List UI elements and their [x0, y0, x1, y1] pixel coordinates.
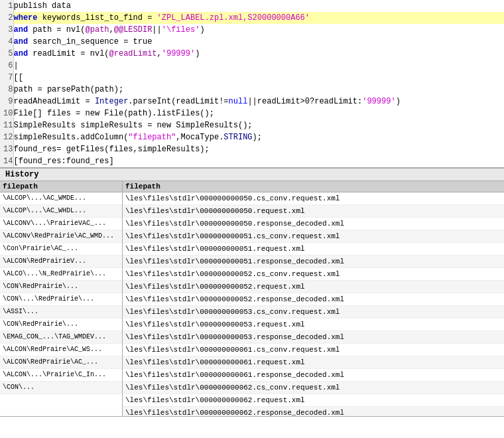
code-line: 14[found_res:found_res] — [0, 155, 504, 167]
list-item[interactable]: \les\files\stdlr\000000000053.request.xm… — [123, 319, 504, 331]
code-token: path = parsePath(path); — [14, 85, 124, 94]
line-code: and readLimit = nvl(@readLimit,'99999') — [13, 48, 504, 60]
line-number: 7 — [0, 72, 13, 84]
code-line: 10File[] files = new File(path).listFile… — [0, 108, 504, 119]
code-token: || — [152, 25, 161, 35]
line-number: 10 — [0, 108, 13, 119]
code-token: '99999' — [362, 97, 395, 106]
list-item[interactable]: \ALCON\...\Prairie\C_In... — [0, 369, 122, 382]
right-panel[interactable]: filepath \les\files\stdlr\000000000050.c… — [123, 181, 504, 416]
list-item[interactable]: \les\files\stdlr\000000000052.request.xm… — [123, 281, 504, 293]
list-item[interactable]: \les\files\stdlr\000000000051.request.xm… — [123, 243, 504, 256]
code-line: 5 and readLimit = nvl(@readLimit,'99999'… — [0, 48, 504, 60]
history-label: History — [5, 170, 38, 179]
list-item[interactable]: \ALCOP\...\AC_WMDE... — [0, 192, 122, 205]
code-token: , — [157, 49, 162, 58]
list-item[interactable]: \les\files\stdlr\000000000053.response_d… — [123, 331, 504, 344]
code-token: and — [14, 25, 29, 35]
history-header: History — [0, 168, 504, 181]
list-item[interactable]: \ALCO\...\N_RedPrairie\... — [0, 268, 122, 281]
list-item[interactable]: \Con\Prairie\AC_... — [0, 243, 122, 256]
line-code: | — [13, 60, 504, 72]
code-line: 1publish data — [0, 0, 504, 12]
line-code: readAheadLimit = Integer.parseInt(readLi… — [13, 96, 504, 108]
code-token: keywords_list_to_find = — [38, 13, 157, 23]
code-token: readLimit = nvl( — [28, 49, 109, 58]
code-token: ||readLimit>0?readLimit: — [247, 97, 362, 106]
code-token: ) — [195, 49, 200, 58]
list-item[interactable]: \les\files\stdlr\000000000050.cs_conv.re… — [123, 192, 504, 205]
list-item[interactable]: \CON\RedPrairie\... — [0, 319, 122, 331]
code-line: 7[[ — [0, 72, 504, 84]
code-token: '99999' — [162, 49, 195, 58]
code-token: null — [229, 97, 248, 106]
line-code: and path = nvl(@path,@@LESDIR||'\files') — [13, 24, 504, 36]
code-token: ,MocaType. — [176, 133, 223, 142]
code-table: 1publish data2 where keywords_list_to_fi… — [0, 0, 504, 167]
list-item[interactable]: \ASSI\... — [0, 306, 122, 319]
list-item[interactable]: \les\files\stdlr\000000000061.response_d… — [123, 369, 504, 382]
list-item[interactable]: \ALCON\RedPrairie\AC_... — [0, 356, 122, 369]
list-item[interactable]: \les\files\stdlr\000000000062.cs_conv.re… — [123, 382, 504, 394]
code-token: '\files' — [162, 25, 200, 35]
code-token: simpleResults.addColumn( — [14, 133, 129, 142]
right-items-container: \les\files\stdlr\000000000050.cs_conv.re… — [123, 192, 504, 416]
line-number: 11 — [0, 119, 13, 131]
code-line: 13found_res= getFiles(files,simpleResult… — [0, 143, 504, 155]
list-item[interactable]: \les\files\stdlr\000000000061.request.xm… — [123, 356, 504, 369]
line-code: [found_res:found_res] — [13, 155, 504, 167]
list-item[interactable]: \ALCON\RedPrairieV... — [0, 256, 122, 268]
code-token: @readLimit — [109, 49, 157, 58]
code-token: and — [14, 37, 29, 46]
code-token: readAheadLimit = — [14, 97, 95, 106]
line-code: and search_in_sequence = true — [13, 36, 504, 48]
line-number: 8 — [0, 84, 13, 96]
history-content: filepath \ALCOP\...\AC_WMDE...\ALCOP\...… — [0, 181, 504, 417]
left-items-container: \ALCOP\...\AC_WMDE...\ALCOP\...\AC_WHDL.… — [0, 192, 122, 394]
line-number: 13 — [0, 143, 13, 155]
list-item[interactable]: \les\files\stdlr\000000000061.cs_conv.re… — [123, 344, 504, 356]
code-token: Integer — [95, 97, 128, 106]
list-item[interactable]: \ALCON\RedPraire\AC_WS... — [0, 344, 122, 356]
list-item[interactable]: \les\files\stdlr\000000000053.cs_conv.re… — [123, 306, 504, 319]
list-item[interactable]: \CON\...\RedPrairie\... — [0, 293, 122, 306]
list-item[interactable]: \les\files\stdlr\000000000062.response_d… — [123, 407, 504, 416]
list-item[interactable]: \ALCONV\...\PrairieVAC_... — [0, 218, 122, 230]
list-item[interactable]: \les\files\stdlr\000000000052.cs_conv.re… — [123, 268, 504, 281]
line-code: [[ — [13, 72, 504, 84]
left-panel[interactable]: filepath \ALCOP\...\AC_WMDE...\ALCOP\...… — [0, 181, 123, 416]
list-item[interactable]: \les\files\stdlr\000000000050.response_d… — [123, 218, 504, 230]
list-item[interactable]: \ALCOP\...\AC_WHDL... — [0, 205, 122, 218]
code-token: publish data — [14, 1, 71, 11]
code-line: 9readAheadLimit = Integer.parseInt(readL… — [0, 96, 504, 108]
list-item[interactable]: \CON\RedPrairie\... — [0, 281, 122, 293]
code-token: "filepath" — [128, 133, 176, 142]
list-item[interactable]: \les\files\stdlr\000000000051.response_d… — [123, 256, 504, 268]
code-token: @path — [86, 25, 109, 35]
list-item[interactable]: \les\files\stdlr\000000000050.request.xm… — [123, 205, 504, 218]
line-number: 1 — [0, 0, 13, 12]
code-token: File[] files = new File(path).listFiles(… — [14, 109, 214, 118]
code-token: [found_res:found_res] — [14, 157, 114, 166]
list-item[interactable]: \EMAG_CON_...\TAG_WMDEV... — [0, 331, 122, 344]
list-item[interactable]: \CON\... — [0, 382, 122, 394]
line-number: 12 — [0, 131, 13, 143]
line-code: publish data — [13, 0, 504, 12]
right-col-header: filepath — [123, 181, 504, 192]
code-line: 3 and path = nvl(@path,@@LESDIR||'\files… — [0, 24, 504, 36]
line-number: 5 — [0, 48, 13, 60]
list-item[interactable]: \ALCONv\RedPrairie\AC_WMD... — [0, 230, 122, 243]
code-line: 4 and search_in_sequence = true — [0, 36, 504, 48]
code-line: 8path = parsePath(path); — [0, 84, 504, 96]
code-token: .parseInt(readLimit!= — [128, 97, 228, 106]
list-item[interactable]: \les\files\stdlr\000000000062.request.xm… — [123, 394, 504, 407]
code-token: 'ZPL_LABEL.zpl.xml,S20000000A66' — [157, 13, 310, 23]
list-item[interactable]: \les\files\stdlr\000000000051.cs_conv.re… — [123, 230, 504, 243]
list-item[interactable]: \les\files\stdlr\000000000052.response_d… — [123, 293, 504, 306]
left-col-header: filepath — [0, 181, 122, 192]
line-number: 4 — [0, 36, 13, 48]
code-token: | — [14, 61, 19, 70]
code-token: , — [109, 25, 114, 35]
code-token: and — [14, 49, 29, 58]
code-token: SimpleResults simpleResults = new Simple… — [14, 121, 253, 130]
